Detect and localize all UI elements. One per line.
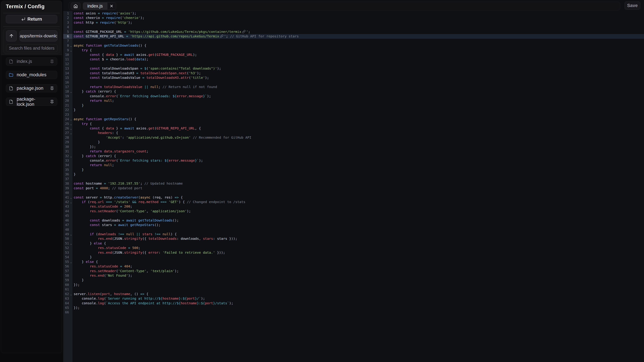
code-line[interactable]: const GITHUB_PACKAGE_URL = 'https://gith… (72, 29, 644, 34)
code-line[interactable]: return data.stargazers_count; (72, 149, 644, 154)
code-line[interactable]: } (72, 172, 644, 177)
code-line[interactable] (72, 190, 644, 195)
code-line[interactable]: const totalDownloadsValue = totalDownloa… (72, 75, 644, 80)
code-line[interactable]: }); (72, 306, 644, 310)
line-number: 62 (65, 292, 69, 296)
code-token: } (74, 278, 84, 282)
code-line[interactable] (72, 287, 644, 292)
file-item-package.json[interactable]: package.json (6, 84, 57, 92)
code-line[interactable]: } else { (72, 260, 644, 264)
link-icon[interactable] (241, 30, 246, 34)
code-line[interactable]: return null; (72, 98, 644, 103)
pin-icon[interactable] (50, 100, 54, 104)
code-line[interactable]: headers: { (72, 131, 644, 135)
path-input[interactable] (19, 30, 58, 41)
code-area[interactable]: const axios = require('axios');const che… (72, 11, 644, 362)
code-line[interactable]: console.log(`Access the API endpoint at … (72, 301, 644, 306)
code-token: = (114, 223, 118, 227)
code-line[interactable]: res.statusCode = 404; (72, 264, 644, 269)
code-line[interactable]: const axios = require('axios'); (72, 11, 644, 15)
code-line[interactable]: const { data } = await axios.get(GITHUB_… (72, 126, 644, 131)
code-token: = (128, 246, 132, 250)
code-line[interactable]: const { data } = await axios.get(GITHUB_… (72, 52, 644, 57)
code-line[interactable]: const totalDownloadsSpan = $('span:conta… (72, 66, 644, 71)
code-line[interactable]: res.end('Not Found'); (72, 273, 644, 278)
code-token: console (90, 94, 104, 98)
code-line[interactable]: return null; (72, 163, 644, 167)
code-line[interactable]: async function getRepoStars() { (72, 117, 644, 121)
code-line[interactable] (72, 62, 644, 66)
code-line[interactable]: res.setHeader('Content-Type', 'applicati… (72, 209, 644, 213)
code-line[interactable]: }); (72, 283, 644, 287)
code-line[interactable] (72, 39, 644, 43)
code-line[interactable] (72, 112, 644, 117)
code-line[interactable]: } (72, 167, 644, 172)
code-line[interactable] (72, 227, 644, 232)
code-line[interactable]: const downloads = await getTotalDownload… (72, 218, 644, 223)
code-line[interactable]: res.end(JSON.stringify({ error: 'Failed … (72, 250, 644, 255)
code-line[interactable] (72, 213, 644, 218)
code-line[interactable]: } (72, 140, 644, 144)
code-line[interactable]: } (72, 278, 644, 282)
code-token: 'axios' (118, 11, 132, 15)
up-directory-button[interactable] (6, 30, 17, 41)
code-line[interactable]: res.statusCode = 500; (72, 246, 644, 250)
code-line[interactable]: }); (72, 145, 644, 149)
code-token: const (74, 186, 86, 190)
code-token: 'span:contains("Total downloads")' (148, 66, 217, 70)
code-line[interactable]: const port = 4000; // Updated port (72, 186, 644, 190)
tab-label[interactable]: index.js (83, 2, 107, 9)
code-line[interactable] (72, 310, 644, 315)
code-line[interactable]: const stars = await getRepoStars(); (72, 223, 644, 227)
code-token: , (160, 195, 164, 199)
file-item-index.js[interactable]: index.js (6, 57, 57, 65)
search-input[interactable] (6, 44, 58, 52)
code-line[interactable]: } else { (72, 241, 644, 246)
code-line[interactable]: server.listen(port, hostname, () => { (72, 292, 644, 296)
code-token: // Updated port (112, 186, 142, 190)
tab-indexjs[interactable]: index.js (83, 2, 116, 10)
code-line[interactable]: } catch (error) { (72, 154, 644, 158)
code-line[interactable]: } (72, 108, 644, 112)
home-button[interactable] (71, 2, 80, 9)
code-token: res (90, 204, 96, 208)
code-line[interactable]: } (72, 103, 644, 108)
return-button[interactable]: Return (6, 15, 57, 23)
gutter-row: 29 (63, 140, 72, 144)
code-line[interactable]: const totalDownloadsH3 = totalDownloadsS… (72, 71, 644, 75)
code-line[interactable]: const server = http.createServer(async (… (72, 195, 644, 200)
gutter-row: 63 (63, 296, 72, 301)
code-line[interactable]: const cheerio = require('cheerio'); (72, 15, 644, 20)
code-line[interactable]: try { (72, 122, 644, 126)
code-line[interactable]: async function getTotalDownloads() { (72, 43, 644, 48)
line-number: 2 (67, 15, 69, 20)
code-line[interactable]: try { (72, 48, 644, 52)
pin-icon[interactable] (50, 59, 54, 64)
code-line[interactable] (72, 177, 644, 181)
file-item-node_modules[interactable]: node_modules (6, 71, 57, 79)
code-line[interactable]: res.setHeader('Content-Type', 'text/plai… (72, 269, 644, 273)
code-line[interactable]: res.end(JSON.stringify({ totalDownloads:… (72, 236, 644, 241)
code-line[interactable]: if (downloads !== null || stars !== null… (72, 232, 644, 236)
file-item-package-lock.json[interactable]: package-lock.json (6, 98, 57, 106)
tab-close-button[interactable] (107, 2, 116, 9)
code-line[interactable]: } (72, 255, 644, 259)
pin-icon[interactable] (50, 86, 54, 90)
code-token: // Recommended for GitHub API (193, 135, 251, 139)
code-line[interactable]: } catch (error) { (72, 89, 644, 94)
code-line[interactable] (72, 80, 644, 85)
code-line[interactable]: return totalDownloadsValue || null; // R… (72, 85, 644, 89)
save-button[interactable]: Save (624, 1, 640, 10)
code-line[interactable]: const $ = cheerio.load(data); (72, 57, 644, 61)
code-line[interactable]: 'Accept': 'application/vnd.github.v3+jso… (72, 135, 644, 140)
code-line[interactable] (72, 25, 644, 29)
code-line[interactable]: const hostname = '192.210.197.55'; // Up… (72, 181, 644, 186)
link-icon[interactable] (219, 34, 224, 38)
code-line[interactable]: if (req.url === '/stats' && req.method =… (72, 200, 644, 204)
code-line[interactable]: const GITHUB_REPO_API_URL = 'https://api… (72, 34, 644, 38)
code-line[interactable]: console.log(`Server running at http://${… (72, 296, 644, 301)
code-line[interactable]: res.statusCode = 200; (72, 204, 644, 209)
code-line[interactable]: const http = require('http'); (72, 20, 644, 25)
code-line[interactable]: console.error(`Error fetching stars: ${e… (72, 158, 644, 163)
code-line[interactable]: console.error(`Error fetching downloads:… (72, 94, 644, 98)
